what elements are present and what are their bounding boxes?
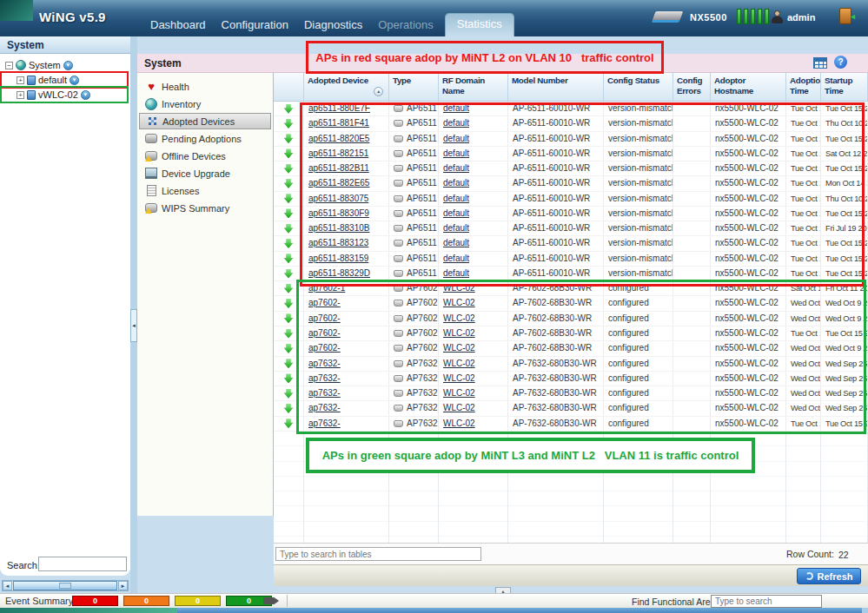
dropdown-icon[interactable]	[81, 90, 90, 100]
menu-item-pending-adoptions[interactable]: Pending Adoptions	[139, 130, 271, 147]
table-row: ap7602-1AP7602WLC-02AP-7602-68B30-WRconf…	[274, 281, 868, 296]
tree-node-vwlc-02[interactable]: +vWLC-02	[2, 88, 127, 102]
rf-domain-link[interactable]: WLC-02	[443, 298, 475, 307]
rf-domain-link[interactable]: default	[443, 134, 469, 143]
event-monitor-camera-icon[interactable]	[263, 597, 275, 604]
adopted-device-link[interactable]: ap7602-	[308, 343, 341, 353]
rf-domain-link[interactable]: default	[443, 208, 469, 218]
adoption-time: Tue Oct 15	[786, 221, 821, 235]
help-icon[interactable]	[834, 56, 847, 69]
nav-tab-dashboard[interactable]: Dashboard	[146, 16, 210, 34]
column-header[interactable]: Adopted Device	[304, 73, 389, 101]
scroll-left-icon[interactable]: ◄	[3, 581, 12, 590]
dropdown-icon[interactable]	[63, 61, 73, 70]
adopted-device-link[interactable]: ap7632-	[308, 359, 341, 368]
collapse-icon[interactable]: −	[5, 62, 13, 69]
adopted-device-link[interactable]: ap6511-880E7F	[308, 103, 370, 113]
logout-icon[interactable]	[839, 8, 851, 24]
rf-domain-link[interactable]: default	[443, 148, 469, 158]
rf-domain-link[interactable]: default	[443, 103, 469, 113]
event-badge-0[interactable]: 0	[72, 596, 118, 606]
menu-item-licenses[interactable]: Licenses	[139, 182, 271, 199]
rf-domain-link[interactable]: WLC-02	[443, 419, 475, 428]
adopted-device-link[interactable]: ap7632-	[308, 403, 341, 412]
column-header[interactable]: Adoptor Hostname	[711, 73, 786, 101]
column-header[interactable]: Startup Time	[821, 73, 868, 101]
rf-domain-link[interactable]: WLC-02	[443, 343, 475, 353]
menu-item-adopted-devices[interactable]: Adopted Devices	[139, 113, 271, 129]
expand-icon[interactable]: +	[17, 91, 24, 99]
adopted-device-link[interactable]: ap6511-882E65	[308, 178, 369, 188]
scrollbar-thumb[interactable]	[13, 581, 117, 590]
adopted-device-link[interactable]: ap6511-88310B	[308, 223, 369, 233]
panel-titlebar: System	[137, 54, 868, 73]
column-header[interactable]: RF Domain Name	[439, 73, 508, 101]
adopted-device-link[interactable]: ap7632-	[308, 388, 341, 398]
expand-icon[interactable]: +	[17, 76, 24, 84]
rf-domain-link[interactable]: default	[443, 238, 469, 247]
adopted-device-link[interactable]: ap6511-8820E5	[308, 134, 369, 143]
adopted-device-link[interactable]: ap7602-	[308, 313, 341, 323]
rf-domain-link[interactable]: default	[443, 178, 469, 188]
adopted-device-link[interactable]: ap6511-883075	[308, 194, 368, 203]
adopted-device-link[interactable]: ap6511-881F41	[308, 118, 369, 128]
adopted-device-link[interactable]: ap7602-	[308, 328, 341, 338]
rf-domain-link[interactable]: WLC-02	[443, 328, 475, 338]
event-badge-1[interactable]: 0	[123, 596, 169, 606]
nav-tab-operations[interactable]: Operations	[374, 16, 438, 34]
rf-domain-link[interactable]: default	[443, 163, 469, 173]
menu-item-health[interactable]: Health	[139, 78, 271, 95]
sidebar-search-input[interactable]	[38, 557, 127, 571]
scroll-right-icon[interactable]: ►	[118, 581, 128, 590]
column-header[interactable]: Type	[389, 73, 439, 101]
adopted-device-link[interactable]: ap6511-88329D	[308, 268, 370, 278]
tree-node-default[interactable]: +default	[2, 73, 127, 87]
rf-domain-link[interactable]: WLC-02	[443, 359, 475, 368]
rf-domain-link[interactable]: WLC-02	[443, 283, 475, 293]
table-view-icon[interactable]	[813, 57, 827, 69]
rf-domain-link[interactable]: WLC-02	[443, 388, 475, 398]
table-search-input[interactable]	[275, 547, 481, 561]
adopted-device-link[interactable]: ap7632-	[308, 419, 341, 428]
adopted-device-link[interactable]: ap6511-882151	[308, 148, 368, 158]
rf-domain-link[interactable]: default	[443, 268, 469, 278]
rf-domain-link[interactable]: WLC-02	[443, 313, 475, 323]
adopted-device-link[interactable]: ap7632-	[308, 373, 341, 383]
rf-domain-link[interactable]: default	[443, 254, 469, 263]
column-header[interactable]: Config Status	[604, 73, 673, 101]
find-functional-area-input[interactable]	[711, 595, 822, 608]
tree-node-system[interactable]: −System	[2, 58, 127, 72]
device-type: AP6511	[407, 268, 437, 278]
rf-domain-link[interactable]: default	[443, 118, 469, 128]
rf-domain-link[interactable]: default	[443, 223, 469, 233]
model-number: AP-7632-680B30-WR	[508, 372, 604, 386]
nav-tab-configuration[interactable]: Configuration	[217, 16, 293, 34]
column-header[interactable]: Adoption Time	[786, 73, 821, 101]
ap-device-icon	[394, 120, 403, 127]
adoption-time: Tue Oct 15	[786, 116, 821, 130]
menu-item-inventory[interactable]: Inventory	[139, 96, 271, 112]
rf-domain-link[interactable]: default	[443, 194, 469, 203]
adopted-device-link[interactable]: ap6511-8830F9	[308, 208, 369, 218]
adopted-device-link[interactable]: ap6511-883123	[308, 238, 368, 247]
column-header[interactable]: Model Number	[508, 73, 604, 101]
nav-tab-diagnostics[interactable]: Diagnostics	[300, 16, 367, 34]
adopted-device-link[interactable]: ap7602-1	[308, 283, 345, 293]
event-badge-2[interactable]: 0	[175, 596, 221, 606]
nav-tab-statistics[interactable]: Statistics	[445, 13, 514, 36]
rf-domain-link[interactable]: WLC-02	[443, 403, 475, 412]
menu-item-wips-summary[interactable]: WIPS Summary	[139, 200, 271, 216]
sidebar-horizontal-scrollbar[interactable]: ◄ ►	[2, 580, 129, 591]
sort-ascending-icon[interactable]	[374, 87, 383, 96]
adopted-device-link[interactable]: ap6511-882B11	[308, 163, 369, 173]
menu-item-offline-devices[interactable]: Offline Devices	[139, 148, 271, 164]
column-header[interactable]: Config Errors	[673, 73, 711, 101]
refresh-button[interactable]: Refresh	[797, 568, 861, 584]
rf-domain-link[interactable]: WLC-02	[443, 373, 475, 383]
adopted-device-link[interactable]: ap7602-	[308, 298, 341, 307]
collapse-handle[interactable]	[130, 309, 137, 342]
menu-item-device-upgrade[interactable]: Device Upgrade	[139, 165, 271, 181]
column-header[interactable]	[274, 73, 304, 101]
adopted-device-link[interactable]: ap6511-883159	[308, 254, 368, 263]
dropdown-icon[interactable]	[70, 76, 79, 85]
